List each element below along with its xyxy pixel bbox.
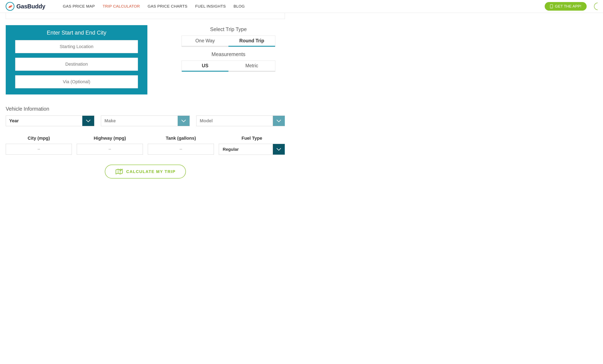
nav-fuel-insights[interactable]: FUEL INSIGHTS	[195, 4, 226, 9]
main-nav: GAS PRICE MAP TRIP CALCULATOR GAS PRICE …	[63, 4, 537, 9]
measurements-toggle: US Metric	[182, 61, 275, 72]
round-trip-option[interactable]: Round Trip	[228, 36, 275, 47]
phone-icon	[550, 4, 553, 8]
trip-options: Select Trip Type One Way Round Trip Meas…	[172, 25, 285, 76]
starting-location-input[interactable]	[15, 40, 138, 53]
locations-panel: Enter Start and End City	[6, 25, 147, 94]
calculate-my-trip-button[interactable]: CALCULATE MY TRIP	[105, 165, 186, 178]
city-mpg-label: City (mpg)	[6, 136, 72, 141]
chevron-down-icon	[273, 116, 285, 126]
nav-gas-price-charts[interactable]: GAS PRICE CHARTS	[148, 4, 187, 9]
us-option[interactable]: US	[182, 61, 228, 72]
logo-text: GasBuddy	[16, 3, 45, 10]
tank-input[interactable]	[148, 144, 214, 154]
nav-trip-calculator[interactable]: TRIP CALCULATOR	[103, 4, 140, 9]
year-select[interactable]: Year	[6, 116, 94, 126]
vehicle-title: Vehicle Information	[6, 106, 285, 112]
chevron-down-icon	[178, 116, 189, 126]
logo[interactable]: GasBuddy	[5, 2, 45, 11]
year-label: Year	[6, 116, 82, 126]
svg-point-6	[120, 169, 121, 170]
nav-gas-price-map[interactable]: GAS PRICE MAP	[63, 4, 95, 9]
chevron-down-icon	[273, 144, 285, 154]
svg-point-2	[551, 7, 552, 8]
highway-mpg-label: Highway (mpg)	[77, 136, 143, 141]
metric-option[interactable]: Metric	[228, 61, 275, 72]
fuel-type-label: Fuel Type	[219, 136, 285, 141]
vehicle-section: Vehicle Information Year Make Model	[6, 106, 285, 183]
highway-mpg-input[interactable]	[77, 144, 143, 154]
model-select[interactable]: Model	[196, 116, 285, 126]
trip-type-title: Select Trip Type	[172, 26, 285, 32]
locations-title: Enter Start and End City	[15, 30, 138, 36]
get-the-app-label: GET THE APP!	[555, 4, 581, 9]
make-label: Make	[101, 116, 177, 126]
collapsed-panel	[6, 13, 285, 19]
get-the-app-button[interactable]: GET THE APP!	[545, 2, 587, 11]
via-input[interactable]	[15, 75, 138, 88]
chevron-down-icon	[82, 116, 94, 126]
model-label: Model	[197, 116, 273, 126]
nav-blog[interactable]: BLOG	[233, 4, 245, 9]
map-pin-icon	[115, 168, 123, 175]
destination-input[interactable]	[15, 58, 138, 71]
partial-circle-icon[interactable]	[594, 3, 598, 10]
fuel-type-value: Regular	[219, 144, 273, 154]
measurements-title: Measurements	[172, 51, 285, 57]
gasbuddy-logo-icon	[5, 2, 15, 11]
make-select[interactable]: Make	[101, 116, 189, 126]
tank-label: Tank (gallons)	[148, 136, 214, 141]
fuel-type-select[interactable]: Regular	[219, 144, 285, 155]
calculate-label: CALCULATE MY TRIP	[126, 169, 175, 174]
trip-type-toggle: One Way Round Trip	[182, 36, 275, 47]
header: GasBuddy GAS PRICE MAP TRIP CALCULATOR G…	[0, 0, 603, 13]
city-mpg-input[interactable]	[6, 144, 72, 154]
one-way-option[interactable]: One Way	[182, 36, 228, 47]
